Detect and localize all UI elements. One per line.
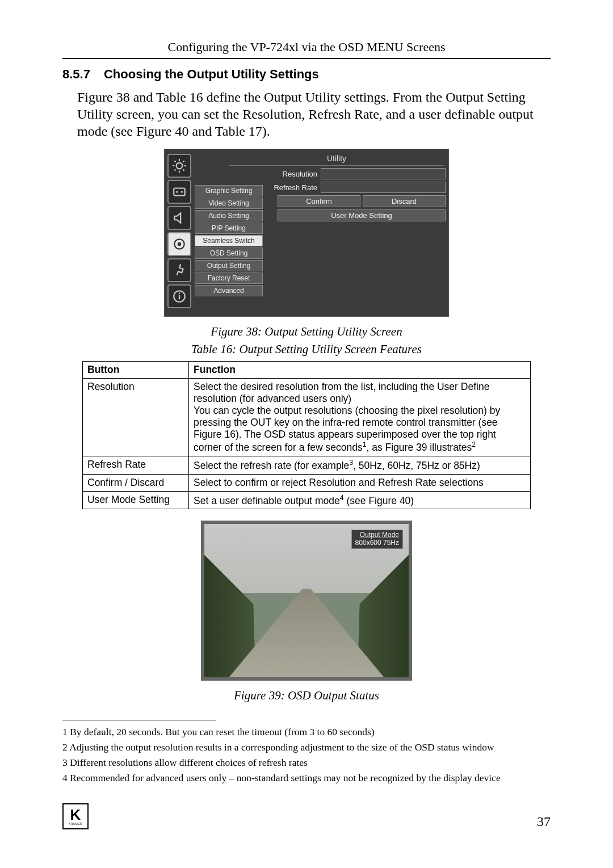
cell-button: User Mode Setting xyxy=(83,491,189,509)
resolution-label: Resolution xyxy=(265,170,317,178)
table-row: Resolution Select the desired resolution… xyxy=(83,379,531,456)
svg-line-6 xyxy=(183,170,184,171)
svg-point-16 xyxy=(179,292,180,294)
svg-rect-9 xyxy=(174,188,185,196)
svg-line-8 xyxy=(183,161,184,162)
resolution-value[interactable] xyxy=(321,168,446,179)
info-icon[interactable] xyxy=(167,284,191,308)
th-button: Button xyxy=(83,362,189,379)
osd-status-value: 800x600 75Hz xyxy=(355,539,399,547)
osd-menu-audio[interactable]: Audio Setting xyxy=(195,210,263,221)
cell-button: Refresh Rate xyxy=(83,456,189,474)
svg-line-5 xyxy=(174,161,175,162)
page-footer: K KRAMER 37 xyxy=(62,803,551,829)
osd-title: Utility xyxy=(229,153,444,166)
page: Configuring the VP-724xl via the OSD MEN… xyxy=(0,0,613,852)
osd-menu-video[interactable]: Video Setting xyxy=(195,198,263,209)
tools-icon[interactable] xyxy=(167,258,191,282)
osd-menu-output[interactable]: Output Setting xyxy=(195,260,263,271)
table-16: Button Function Resolution Select the de… xyxy=(82,361,531,509)
footnote-4: 4 Recommended for advanced users only – … xyxy=(62,772,551,784)
footnote-rule xyxy=(62,720,216,720)
user-mode-button[interactable]: User Mode Setting xyxy=(278,209,446,221)
discard-button[interactable]: Discard xyxy=(363,195,446,207)
page-number: 37 xyxy=(537,814,551,829)
section-heading: Choosing the Output Utility Settings xyxy=(104,67,319,81)
utility-icon[interactable] xyxy=(167,232,191,256)
footnote-2: 2 Adjusting the output resolution result… xyxy=(62,741,551,753)
brightness-icon[interactable] xyxy=(167,154,191,178)
figure-38-caption: Figure 38: Output Setting Utility Screen xyxy=(62,325,551,339)
refresh-value[interactable] xyxy=(321,182,446,193)
svg-point-13 xyxy=(178,242,182,246)
table-row: Refresh Rate Select the refresh rate (fo… xyxy=(83,456,531,474)
osd-fields: Resolution Refresh Rate Confirm Discard … xyxy=(265,168,446,296)
th-function: Function xyxy=(189,362,531,379)
source-icon[interactable] xyxy=(167,180,191,204)
osd-menu-advanced[interactable]: Advanced xyxy=(195,285,263,296)
confirm-button[interactable]: Confirm xyxy=(278,195,360,207)
osd-menu-osd[interactable]: OSD Setting xyxy=(195,248,263,259)
svg-line-7 xyxy=(174,170,175,171)
cell-button: Resolution xyxy=(83,379,189,456)
table-row: User Mode Setting Set a user definable o… xyxy=(83,491,531,509)
audio-icon[interactable] xyxy=(167,206,191,230)
refresh-label: Refresh Rate xyxy=(265,183,317,192)
running-header: Configuring the VP-724xl via the OSD MEN… xyxy=(62,40,551,59)
table-row: Confirm / Discard Select to confirm or r… xyxy=(83,474,531,491)
osd-menu-graphic[interactable]: Graphic Setting xyxy=(195,185,263,196)
svg-point-11 xyxy=(181,191,183,192)
section-title: 8.5.7Choosing the Output Utility Setting… xyxy=(62,67,551,82)
cell-function: Select the desired resolution from the l… xyxy=(189,379,531,456)
osd-menu: Graphic Setting Video Setting Audio Sett… xyxy=(195,185,263,296)
logo-letter: K xyxy=(70,807,81,822)
cell-function: Select the refresh rate (for example3, 5… xyxy=(189,456,531,474)
svg-point-10 xyxy=(176,191,178,192)
kramer-logo: K KRAMER xyxy=(62,803,89,829)
cell-function: Set a user definable output mode4 (see F… xyxy=(189,491,531,509)
svg-point-0 xyxy=(177,163,183,169)
osd-status-overlay: Output Mode 800x600 75Hz xyxy=(351,530,403,549)
footnote-3: 3 Different resolutions allow different … xyxy=(62,757,551,769)
figure-39-output-status: Output Mode 800x600 75Hz xyxy=(201,521,412,681)
table-16-caption: Table 16: Output Setting Utility Screen … xyxy=(62,342,551,357)
intro-paragraph: Figure 38 and Table 16 define the Output… xyxy=(77,89,537,140)
osd-status-title: Output Mode xyxy=(355,531,399,539)
cell-button: Confirm / Discard xyxy=(83,474,189,491)
cell-function: Select to confirm or reject Resolution a… xyxy=(189,474,531,491)
osd-side-icons xyxy=(167,153,191,308)
figure-39-caption: Figure 39: OSD Output Status xyxy=(62,689,551,703)
osd-menu-factory[interactable]: Factory Reset xyxy=(195,272,263,284)
footnote-1: 1 By default, 20 seconds. But you can re… xyxy=(62,726,551,738)
osd-menu-pip[interactable]: PIP Setting xyxy=(195,223,263,234)
section-number: 8.5.7 xyxy=(62,67,90,81)
logo-text: KRAMER xyxy=(69,822,82,825)
figure-38-osd-screen: Utility Graphic Setting Video Setting Au… xyxy=(164,149,449,317)
osd-menu-seamless[interactable]: Seamless Switch xyxy=(195,235,263,246)
